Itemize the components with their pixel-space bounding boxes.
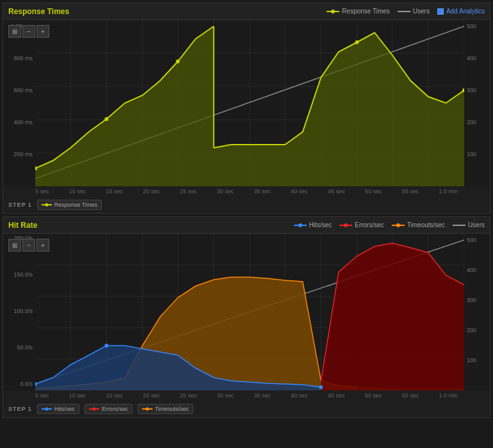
response-step-badge: Response Times	[37, 200, 102, 210]
legend-item-hits: Hits/sec	[294, 221, 332, 228]
zoom-out-button[interactable]: −	[22, 25, 35, 38]
y-axis-right-response: 500 400 300 200 100	[464, 20, 490, 186]
response-step-label: STEP 1	[8, 202, 32, 208]
legend-label-hits: Hits/sec	[309, 221, 332, 228]
legend-label-timeouts: Timeouts/sec	[407, 221, 445, 228]
svg-point-34	[344, 223, 348, 227]
hit-rate-title: Hit Rate	[8, 221, 294, 230]
timeouts-badge-label: Timeouts/sec	[155, 406, 189, 412]
response-times-header: Response Times Response Times Users Add …	[3, 3, 490, 20]
svg-point-25	[104, 117, 108, 121]
svg-point-32	[298, 223, 302, 227]
legend-label-errors: Errors/sec	[355, 221, 384, 228]
svg-point-30	[45, 204, 48, 207]
svg-point-63	[45, 408, 48, 411]
svg-point-61	[319, 385, 323, 389]
hits-badge-label: Hits/sec	[54, 406, 75, 412]
x-axis-hitrate: 5 sec 10 sec 15 sec 20 sec 25 sec 30 sec…	[3, 390, 490, 401]
hits-badge: Hits/sec	[37, 404, 79, 414]
response-times-chart-area: ⊞ − + 1.00 sec 800 ms 600 ms 400 ms 200 …	[3, 20, 490, 186]
x-axis-response: 5 sec 10 sec 15 sec 20 sec 25 sec 30 sec…	[3, 186, 490, 196]
svg-point-60	[104, 344, 108, 348]
y-axis-right-hitrate: 500 400 300 200 100	[464, 234, 490, 390]
errors-badge-label: Errors/sec	[102, 406, 128, 412]
hit-rate-legend: Hits/sec Errors/sec Timeouts/sec Users	[294, 221, 485, 228]
response-badge-label: Response Times	[54, 202, 97, 208]
hr-zoom-out-button[interactable]: −	[22, 239, 35, 252]
svg-point-67	[145, 408, 149, 411]
svg-point-36	[396, 223, 400, 227]
hit-rate-panel: Hit Rate Hits/sec Errors/sec Timeouts/se…	[3, 216, 490, 418]
y-axis-left-response: 1.00 sec 800 ms 600 ms 400 ms 200 ms	[3, 20, 35, 186]
legend-item-users: Users	[398, 8, 430, 15]
svg-point-27	[355, 40, 359, 44]
fullscreen-button[interactable]: ⊞	[8, 25, 21, 38]
add-analytics-button[interactable]: Add Analytics	[437, 8, 485, 15]
timeouts-badge: Timeouts/sec	[138, 404, 193, 414]
response-times-title: Response Times	[8, 7, 327, 16]
response-times-controls: ⊞ − +	[8, 25, 49, 38]
hit-rate-svg	[35, 234, 464, 390]
response-times-legend: Response Times Users Add Analytics	[327, 8, 485, 15]
legend-item-timeouts: Timeouts/sec	[392, 221, 445, 228]
zoom-in-button[interactable]: +	[36, 25, 49, 38]
svg-point-26	[176, 60, 180, 63]
response-step-info: STEP 1 Response Times	[3, 196, 490, 213]
hr-fullscreen-button[interactable]: ⊞	[8, 239, 21, 252]
y-axis-left-hitrate: 200.0/s 150.0/s 100.0/s 50.0/s 0.0/s	[3, 234, 35, 390]
legend-item-errors: Errors/sec	[339, 221, 384, 228]
response-times-panel: Response Times Response Times Users Add …	[3, 3, 490, 214]
add-analytics-icon	[437, 8, 444, 15]
hr-zoom-in-button[interactable]: +	[36, 239, 49, 252]
add-analytics-label: Add Analytics	[446, 8, 485, 15]
hit-rate-chart-area: ⊞ − + 200.0/s 150.0/s 100.0/s 50.0/s 0.0…	[3, 234, 490, 390]
errors-badge: Errors/sec	[85, 404, 133, 414]
svg-point-1	[331, 10, 335, 13]
legend-item-users-hitrate: Users	[453, 221, 485, 228]
legend-label-users-hitrate: Users	[468, 221, 485, 228]
svg-point-65	[92, 408, 95, 411]
hitrate-step-info: STEP 1 Hits/sec Errors/sec Timeouts/sec	[3, 401, 490, 417]
legend-label-response-times: Response Times	[342, 8, 389, 15]
hit-rate-header: Hit Rate Hits/sec Errors/sec Timeouts/se…	[3, 217, 490, 234]
legend-item-response-times: Response Times	[327, 8, 389, 15]
response-times-svg	[35, 20, 464, 186]
hitrate-step-label: STEP 1	[8, 406, 32, 412]
hit-rate-controls: ⊞ − +	[8, 239, 49, 252]
legend-label-users: Users	[413, 8, 430, 15]
svg-marker-22	[214, 33, 464, 186]
